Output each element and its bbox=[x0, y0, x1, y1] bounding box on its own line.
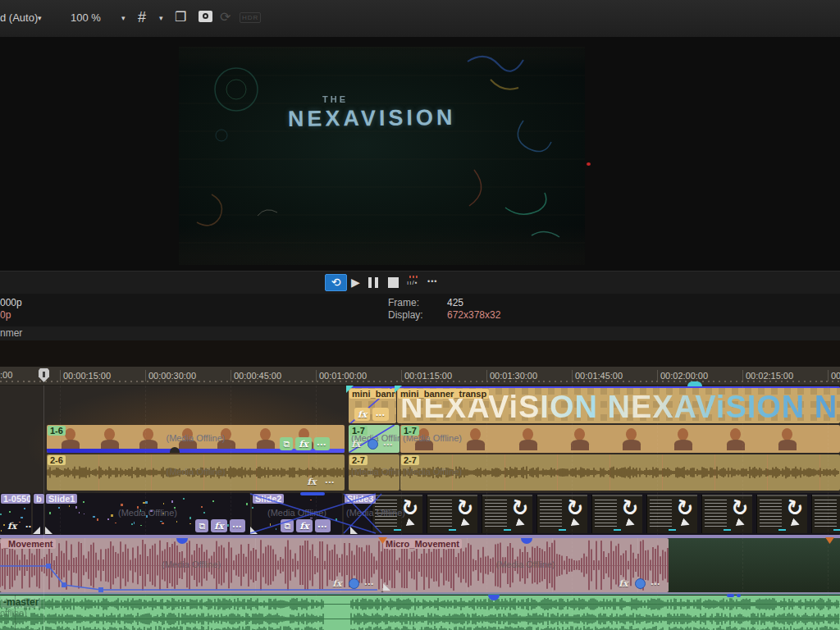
clip-mini_banner_transp[interactable]: mini_banner_transpNEXAViSION NEXAViSION … bbox=[397, 386, 840, 423]
clip-mini_bann[interactable]: mini_bannfx••• bbox=[349, 386, 396, 423]
face-thumbnail bbox=[516, 427, 541, 452]
clip-master[interactable]: -masteroffline) bbox=[0, 596, 840, 630]
timeline-ruler[interactable]: :00 00:00:15:0000:00:30:0000:00:45:0000:… bbox=[0, 367, 840, 386]
viewer-toolbar: d (Auto) ▾ 100 % ▾ # ▾ ❐ ⟳ HDR bbox=[0, 0, 840, 37]
more-badge[interactable]: ••• bbox=[322, 475, 338, 488]
crop-badge[interactable]: ⧉ bbox=[280, 437, 293, 450]
face-thumbnail bbox=[463, 427, 488, 452]
channel-caret-icon[interactable]: ▾ bbox=[38, 14, 42, 22]
ruler-timecode: 00:00:30:00 bbox=[145, 370, 196, 381]
clip-badges[interactable]: fx••• bbox=[352, 408, 389, 421]
ruler-timecode: 00:00:15:00 bbox=[60, 370, 111, 381]
clip-badges[interactable]: fx••• bbox=[349, 437, 396, 450]
video-frame: THE NEXAVISION bbox=[179, 47, 585, 265]
clip-label: 1-7 bbox=[401, 426, 419, 436]
clip-1-6[interactable]: 1-6(Media Offline)⧉fx••• bbox=[47, 425, 345, 453]
playhead-grip[interactable] bbox=[39, 368, 49, 382]
video-editor-window: { "toolbar": { "channel_label": "d (Auto… bbox=[0, 0, 840, 630]
keyframe-notch bbox=[170, 447, 180, 453]
media-offline-text: (Media Offline) bbox=[403, 467, 462, 477]
track-video1: mini_bannfx•••mini_banner_transpNEXAViSI… bbox=[0, 386, 840, 424]
transport-more-button[interactable]: ••• bbox=[427, 277, 437, 285]
track-video2: 1-6(Media Offline)⧉fx•••1-7(Media Offlin… bbox=[0, 424, 840, 453]
clip-label: -master bbox=[1, 596, 41, 608]
clip-label: 1-6 bbox=[48, 426, 66, 436]
clip-badges[interactable]: fx••• bbox=[613, 577, 664, 590]
media-offline-text: (Media Offline) bbox=[167, 467, 226, 477]
ruler-timecode: 00:01:30:00 bbox=[486, 370, 537, 381]
more-badge[interactable]: ••• bbox=[648, 577, 664, 590]
clip-2-7[interactable]: 2-7(Media Offline) bbox=[349, 454, 399, 491]
timeline-panel: :00 00:00:15:0000:00:30:0000:00:45:0000:… bbox=[0, 367, 840, 630]
clip-_Movement[interactable]: _Movement(Media Offline)fx••• bbox=[0, 538, 382, 592]
loop-playback-button[interactable]: ⟲ bbox=[325, 274, 347, 291]
media-offline-text: (Media Offline) bbox=[496, 559, 555, 569]
clip-badges[interactable]: fx••• bbox=[301, 475, 338, 488]
zoom-caret-icon[interactable]: ▾ bbox=[121, 14, 126, 22]
record-indicator-dot bbox=[587, 162, 591, 166]
clip-2-7[interactable]: 2-7(Media Offline) bbox=[400, 454, 840, 491]
clip-label: 2-6 bbox=[48, 455, 66, 465]
snapshot-icon[interactable] bbox=[199, 11, 212, 22]
fx-badge[interactable]: fx bbox=[295, 437, 311, 450]
keyframe-mark bbox=[737, 594, 741, 597]
panel-gap bbox=[0, 340, 840, 367]
copy-frame-icon[interactable]: ❐ bbox=[175, 9, 186, 25]
frame-step-button[interactable]: ıı/▪ bbox=[407, 276, 423, 289]
audio-waveform bbox=[0, 598, 840, 610]
playhead-line bbox=[43, 386, 44, 630]
fx-badge[interactable]: fx bbox=[304, 475, 319, 488]
more-badge[interactable]: ••• bbox=[314, 437, 330, 450]
status-strip: nmer bbox=[0, 326, 840, 340]
timeline-marker-pill bbox=[300, 492, 325, 495]
grid-caret-icon[interactable]: ▾ bbox=[159, 14, 163, 22]
frame-label: Frame: bbox=[388, 297, 419, 308]
track-audio2: _Movement(Media Offline)fx•••Micro_Movem… bbox=[0, 538, 840, 592]
fx-badge[interactable]: fx bbox=[615, 577, 631, 590]
clip-Micro_Movement[interactable]: Micro_Movement(Media Offline)fx••• bbox=[382, 538, 669, 592]
keyframe-dot-icon[interactable] bbox=[368, 439, 378, 450]
audio-waveform bbox=[400, 454, 840, 491]
more-badge[interactable]: ••• bbox=[381, 437, 396, 450]
play-button[interactable]: ▶ bbox=[351, 276, 360, 289]
track-separator-1 bbox=[0, 535, 840, 538]
resolution-text-clipped-2: 0p bbox=[0, 309, 11, 321]
clip-label: mini_banner_transp bbox=[398, 389, 489, 399]
transport-bar: ⟲ ▶ ıı/▪ ••• bbox=[0, 271, 840, 294]
media-offline-text: (Media Offline) bbox=[351, 467, 399, 477]
preview-panel: THE NEXAVISION bbox=[0, 37, 840, 271]
master-offline-text: offline) bbox=[0, 608, 27, 618]
fx-badge[interactable]: fx bbox=[354, 408, 370, 421]
empty-track-area bbox=[669, 538, 840, 592]
grid-overlay-icon[interactable]: # bbox=[138, 9, 146, 26]
clip-label: 2-7 bbox=[401, 455, 419, 465]
stop-button[interactable] bbox=[388, 277, 399, 288]
pause-button[interactable] bbox=[368, 277, 380, 288]
more-badge[interactable]: ••• bbox=[372, 408, 388, 421]
audio-waveform bbox=[0, 613, 840, 625]
ruler-timecode: 00:01:45:00 bbox=[572, 370, 623, 381]
clip-2-6[interactable]: 2-6(Media Offline)fx••• bbox=[47, 454, 345, 491]
keyframe-dot-icon[interactable] bbox=[635, 578, 646, 589]
status-text-clipped: nmer bbox=[0, 327, 22, 339]
zoom-level-dropdown[interactable]: 100 % bbox=[71, 11, 101, 24]
clip-badges[interactable]: ⧉fx••• bbox=[277, 437, 330, 450]
frame-value: 425 bbox=[447, 297, 463, 308]
audio-waveform bbox=[0, 626, 840, 630]
chalk-doodles bbox=[179, 47, 585, 265]
volume-envelope[interactable] bbox=[0, 538, 382, 592]
offline-cross-lines bbox=[0, 492, 840, 535]
hdr-toggle-icon: HDR bbox=[240, 12, 261, 23]
ruler-timecode: 00:00:45:00 bbox=[231, 370, 281, 381]
transition-marker bbox=[687, 381, 702, 386]
channel-dropdown[interactable]: d (Auto) bbox=[0, 11, 38, 24]
face-thumbnail bbox=[724, 427, 748, 452]
display-value: 672x378x32 bbox=[447, 309, 500, 321]
fx-badge[interactable]: fx bbox=[349, 437, 364, 450]
clip-1-7[interactable]: 1-7(Media Offline)fx••• bbox=[349, 425, 399, 453]
ruler-label-clipped: :00 bbox=[0, 370, 12, 380]
clip-1-7[interactable]: 1-7(Media Offline) bbox=[400, 425, 840, 453]
face-thumbnail bbox=[671, 427, 696, 452]
track-video3: 1-0550fx•••bSlide1(Media Offline)⧉fx•••S… bbox=[0, 492, 840, 535]
track-audio3: -masteroffline) bbox=[0, 596, 840, 630]
